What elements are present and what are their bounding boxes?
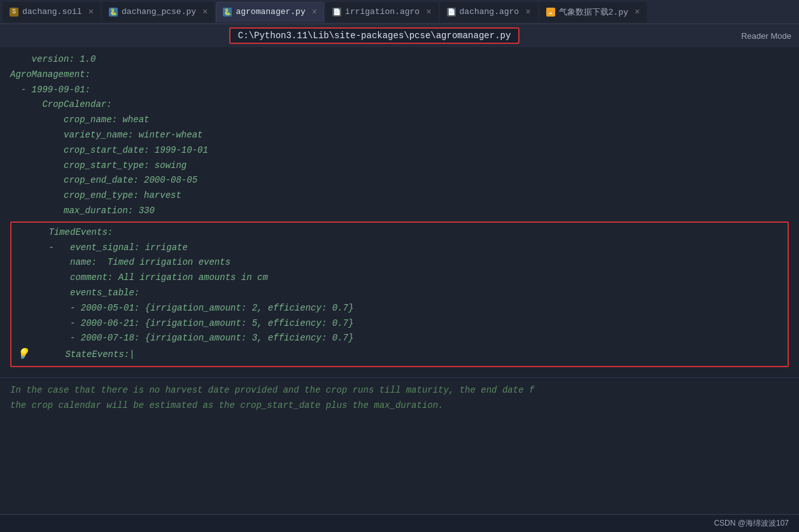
tab-close[interactable]: × xyxy=(88,7,94,17)
tab-dachang-pcse[interactable]: 🐍 dachang_pcse.py × xyxy=(102,2,215,22)
highlighted-line: TimedEvents: xyxy=(17,225,782,241)
tab-label: dachang.soil xyxy=(22,7,82,17)
bulb-icon: 💡 xyxy=(17,346,29,363)
note-line: the crop calendar will be estimated as t… xyxy=(10,398,789,414)
highlighted-line: - 2000-06-21: {irrigation_amount: 5, eff… xyxy=(17,316,782,332)
highlighted-line: - 2000-07-18: {irrigation_amount: 3, eff… xyxy=(17,331,782,346)
tab-dachang-agro[interactable]: 📄 dachang.agro × xyxy=(440,2,538,22)
code-line: version: 1.0 xyxy=(10,52,789,67)
tab-close[interactable]: × xyxy=(426,7,431,17)
code-line: AgroManagement: xyxy=(10,67,789,83)
editor-area: version: 1.0 AgroManagement: - 1999-09-0… xyxy=(0,47,799,375)
tab-close[interactable]: × xyxy=(635,7,640,17)
highlighted-line: - event_signal: irrigate xyxy=(17,241,782,256)
code-line: - 1999-09-01: xyxy=(10,83,789,98)
tab-label: dachang.agro xyxy=(460,7,520,17)
tab-label: agromanager.py xyxy=(236,7,305,17)
code-line: max_duration: 330 xyxy=(10,204,789,219)
tab-close[interactable]: × xyxy=(202,7,208,17)
bottom-label: CSDN @海绵波波107 xyxy=(714,518,789,529)
reader-mode-label[interactable]: Reader Mode xyxy=(741,31,791,41)
code-line: variety_name: winter-wheat xyxy=(10,128,789,143)
py-icon: 🐍 xyxy=(223,8,232,17)
highlight-box: TimedEvents: - event_signal: irrigate na… xyxy=(10,221,789,368)
code-line: crop_start_date: 1999-10-01 xyxy=(10,143,789,158)
file-path: C:\Python3.11\Lib\site-packages\pcse\agr… xyxy=(229,27,520,44)
agro-icon: 📄 xyxy=(332,8,341,17)
code-line: crop_name: wheat xyxy=(10,113,789,128)
soil-icon: S xyxy=(10,8,18,17)
code-line: crop_end_type: harvest xyxy=(10,188,789,204)
tab-close[interactable]: × xyxy=(525,7,530,17)
code-line: crop_end_date: 2000-08-05 xyxy=(10,173,789,188)
highlighted-line: comment: All irrigation amounts in cm xyxy=(17,270,782,286)
highlighted-line: - 2000-05-01: {irrigation_amount: 2, eff… xyxy=(17,301,782,316)
highlighted-line: name: Timed irrigation events xyxy=(17,255,782,270)
code-line: CropCalendar: xyxy=(10,97,789,113)
note-area: In the case that there is no harvest dat… xyxy=(0,377,799,419)
tab-dachang-soil[interactable]: S dachang.soil × xyxy=(3,2,101,22)
highlighted-line: StateEvents:| xyxy=(33,347,135,363)
tab-irrigation[interactable]: 📄 irrigation.agro × xyxy=(325,2,438,22)
tab-bar: S dachang.soil × 🐍 dachang_pcse.py × 🐍 a… xyxy=(0,0,799,24)
path-bar: C:\Python3.11\Lib\site-packages\pcse\agr… xyxy=(0,24,799,47)
tab-agromanager[interactable]: 🐍 agromanager.py × xyxy=(216,2,324,22)
agro-icon: 📄 xyxy=(447,8,456,17)
py-icon: 🐍 xyxy=(109,8,118,17)
tab-label: dachang_pcse.py xyxy=(122,7,196,17)
tab-close[interactable]: × xyxy=(312,7,317,17)
code-line: crop_start_type: sowing xyxy=(10,158,789,174)
tab-label: 气象数据下载2.py xyxy=(559,6,628,18)
tab-label: irrigation.agro xyxy=(345,7,420,17)
weather-icon: ☁ xyxy=(546,8,555,17)
note-line: In the case that there is no harvest dat… xyxy=(10,383,789,398)
bottom-bar: CSDN @海绵波波107 xyxy=(0,514,799,532)
tab-weather[interactable]: ☁ 气象数据下载2.py × xyxy=(539,2,647,22)
highlighted-line: events_table: xyxy=(17,286,782,301)
